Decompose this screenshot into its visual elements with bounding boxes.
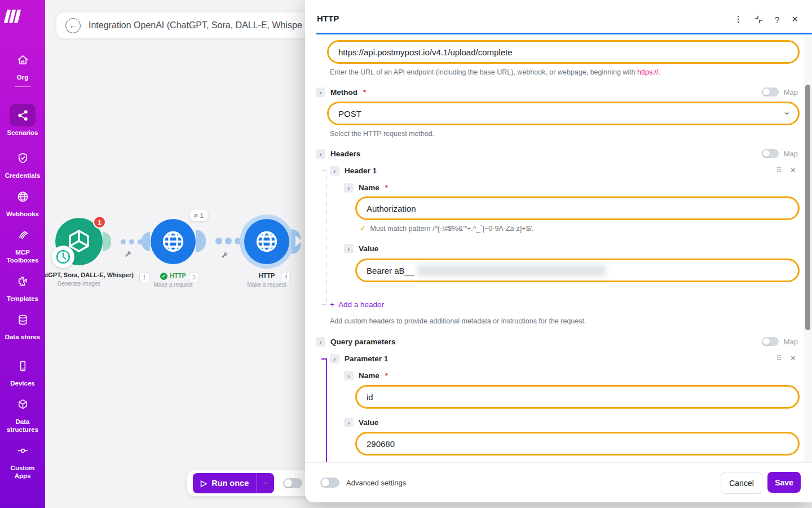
- panel-footer: Advanced settings Cancel Save: [305, 462, 812, 502]
- add-header-link[interactable]: + Add a header: [330, 300, 384, 309]
- sidebar-label: Templates: [0, 295, 45, 303]
- expand-chevron-icon[interactable]: ›: [316, 87, 325, 97]
- back-icon: ←: [69, 21, 77, 30]
- expand-chevron-icon[interactable]: ›: [344, 244, 354, 253]
- sidebar-item-webhooks[interactable]: Webhooks: [0, 185, 45, 218]
- sidebar-item-mcp-toolboxes[interactable]: MCP Toolboxes: [0, 224, 45, 265]
- connection-stub: [142, 232, 150, 251]
- module-http2-label: HTTP: [222, 272, 312, 279]
- operations-count: 1: [200, 212, 204, 219]
- schedule-clock-badge[interactable]: [52, 246, 74, 268]
- method-select[interactable]: POST ›: [327, 102, 800, 125]
- remove-parameter-icon[interactable]: ✕: [790, 354, 796, 362]
- sidebar-item-devices[interactable]: Devices: [0, 354, 45, 387]
- remove-header-icon[interactable]: ✕: [790, 166, 796, 174]
- headers-help-text: Add custom headers to provide additional…: [330, 317, 586, 325]
- run-options-chevron[interactable]: ›: [257, 478, 274, 488]
- expand-chevron-icon[interactable]: ›: [344, 371, 354, 380]
- header-name-input[interactable]: Authorization: [355, 196, 800, 220]
- headers-map-toggle[interactable]: [762, 149, 779, 158]
- toolbox-icon: [16, 229, 29, 242]
- back-button[interactable]: ←: [65, 18, 81, 33]
- save-button[interactable]: Save: [767, 472, 801, 493]
- header-value-input[interactable]: Bearer aB__: [355, 259, 800, 282]
- scenario-header-bar: ← Integration OpenAI (ChatGPT, Sora, DAL…: [56, 12, 333, 38]
- help-icon[interactable]: ?: [775, 15, 779, 24]
- module-http1-name: HTTP: [170, 272, 186, 279]
- validation-check-icon: ✓: [360, 224, 365, 233]
- sidebar-item-credentials[interactable]: Credentials: [0, 147, 45, 179]
- expand-chevron-icon[interactable]: ›: [316, 337, 325, 347]
- panel-scrollbar-thumb[interactable]: [805, 85, 810, 330]
- sidebar-divider: [15, 86, 30, 87]
- expand-chevron-icon[interactable]: ›: [344, 183, 354, 192]
- expand-chevron-icon[interactable]: ›: [330, 166, 339, 176]
- cancel-button[interactable]: Cancel: [721, 472, 762, 494]
- sidebar-item-org[interactable]: Org: [0, 49, 45, 81]
- chevron-down-icon: ›: [261, 481, 271, 484]
- panel-accent-bar: [316, 33, 812, 34]
- method-map-toggle[interactable]: [762, 87, 779, 97]
- sidebar-item-templates[interactable]: Templates: [0, 270, 45, 303]
- tree-guide: [321, 170, 326, 171]
- map-label: Map: [784, 150, 798, 158]
- home-icon: [16, 54, 29, 67]
- param-name-label: Name: [359, 371, 379, 380]
- connection-wrench-icon[interactable]: [125, 251, 132, 258]
- advanced-settings-toggle[interactable]: [320, 478, 339, 488]
- sidebar-item-custom-apps[interactable]: Custom Apps: [0, 439, 45, 480]
- https-link[interactable]: https://: [637, 68, 659, 76]
- scenarios-icon: [16, 109, 29, 122]
- connection-stub: [103, 232, 111, 251]
- run-once-label: Run once: [211, 479, 249, 488]
- sidebar-label: Custom Apps: [0, 464, 45, 480]
- param-value-label: Value: [359, 418, 378, 427]
- advanced-settings-label: Advanced settings: [346, 479, 406, 487]
- globe-icon: [253, 228, 280, 255]
- map-label: Map: [784, 88, 798, 97]
- chevron-down-icon: ›: [782, 112, 792, 115]
- module-order-badge: 4: [281, 273, 291, 282]
- sidebar-item-scenarios[interactable]: Scenarios: [0, 104, 45, 137]
- redacted-token: [417, 265, 606, 276]
- scheduling-toggle[interactable]: [283, 478, 302, 488]
- parameter1-label: Parameter 1: [345, 354, 388, 363]
- success-check-icon: ✓: [160, 273, 167, 280]
- database-icon: [16, 313, 29, 326]
- param-name-value: id: [367, 392, 373, 402]
- sidebar-item-data-stores[interactable]: Data stores: [0, 308, 45, 341]
- query-map-toggle[interactable]: [762, 337, 779, 346]
- expand-chevron-icon[interactable]: ›: [330, 354, 339, 364]
- param-value-input[interactable]: 290680: [355, 432, 800, 456]
- header-name-label: Name: [359, 183, 379, 192]
- connection-wrench-icon[interactable]: [221, 252, 228, 259]
- url-input[interactable]: https://api.postmypost.io/v4.1/upload/co…: [327, 40, 800, 64]
- puzzle-icon: [16, 275, 29, 288]
- module-http-2[interactable]: [244, 219, 289, 264]
- make-logo[interactable]: [0, 7, 45, 26]
- scenario-title[interactable]: Integration OpenAI (ChatGPT, Sora, DALL-…: [89, 20, 302, 30]
- run-once-button[interactable]: ▷ Run once ›: [193, 473, 274, 493]
- header-name-value: Authorization: [367, 204, 416, 213]
- sidebar-item-data-structures[interactable]: Data structures: [0, 393, 45, 434]
- drag-handle-icon[interactable]: ⠿: [776, 166, 782, 174]
- globe-icon: [160, 228, 187, 255]
- param-value-text: 290680: [367, 439, 395, 449]
- operations-pill: ⌀ 1: [189, 209, 208, 221]
- collapse-panel-icon[interactable]: [754, 15, 763, 24]
- error-count-badge[interactable]: 1: [93, 216, 106, 229]
- param-name-input[interactable]: id: [355, 385, 800, 409]
- kebab-menu-icon[interactable]: ⋮: [734, 14, 743, 24]
- header-value-text: Bearer aB__: [367, 266, 414, 275]
- url-value: https://api.postmypost.io/v4.1/upload/co…: [338, 47, 513, 57]
- module-http-1[interactable]: [151, 219, 196, 264]
- drag-handle-icon[interactable]: ⠿: [776, 354, 782, 362]
- expand-chevron-icon[interactable]: ›: [344, 418, 354, 427]
- close-icon[interactable]: ✕: [791, 14, 798, 24]
- required-marker: *: [385, 183, 388, 192]
- shield-check-icon: [16, 152, 29, 165]
- expand-chevron-icon[interactable]: ›: [316, 149, 325, 159]
- method-help-text: Select the HTTP request method.: [330, 130, 434, 138]
- device-icon: [16, 360, 29, 373]
- connection-stub: [196, 230, 206, 252]
